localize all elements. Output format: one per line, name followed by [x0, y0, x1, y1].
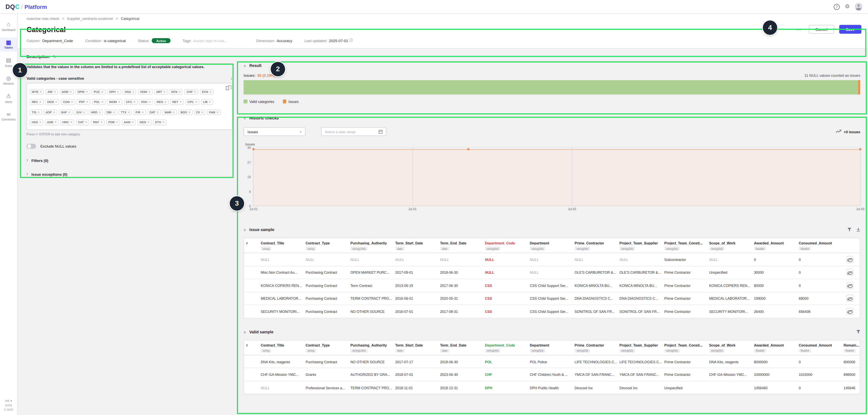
- issue-exceptions-toggle[interactable]: › Issue exceptions (0): [27, 172, 232, 176]
- edit-description-icon[interactable]: ✎: [53, 55, 56, 59]
- hide-row-button[interactable]: [846, 308, 854, 315]
- category-chip[interactable]: CHF×: [184, 89, 198, 95]
- category-chip[interactable]: ETH×: [153, 119, 167, 125]
- issue-sample-header[interactable]: ∨ Issue sample: [244, 227, 860, 232]
- breadcrumb-item[interactable]: nvarchar max check: [27, 16, 59, 21]
- category-chip[interactable]: REG×: [154, 99, 169, 105]
- chip-remove-icon[interactable]: ×: [113, 110, 115, 114]
- hide-row-button[interactable]: [846, 295, 854, 302]
- result-section-header[interactable]: ∨ Result: [244, 63, 860, 68]
- hide-row-button[interactable]: [846, 282, 854, 289]
- category-chip[interactable]: ENV×: [139, 99, 153, 105]
- chip-remove-icon[interactable]: ×: [118, 100, 120, 104]
- historic-section-header[interactable]: ∨ Historic checks: [244, 115, 860, 120]
- chip-remove-icon[interactable]: ×: [157, 110, 159, 114]
- chip-remove-icon[interactable]: ×: [147, 120, 149, 124]
- chip-remove-icon[interactable]: ×: [101, 100, 103, 104]
- chip-remove-icon[interactable]: ×: [71, 100, 73, 104]
- sidebar-item-alerts[interactable]: ⚠Alerts: [0, 91, 17, 105]
- chip-remove-icon[interactable]: ×: [173, 110, 175, 114]
- chip-remove-icon[interactable]: ×: [116, 120, 118, 124]
- category-chip[interactable]: WOM×: [107, 99, 122, 105]
- sidebar-item-tables[interactable]: ▦Tables: [0, 37, 17, 51]
- sidebar-item-dashboard[interactable]: ⌂Dashboard: [0, 19, 17, 33]
- category-chip[interactable]: HRC×: [60, 119, 74, 125]
- chip-remove-icon[interactable]: ×: [70, 120, 72, 124]
- category-chip[interactable]: ASR×: [45, 119, 59, 125]
- category-chip[interactable]: LIB×: [201, 99, 213, 105]
- chip-remove-icon[interactable]: ×: [194, 90, 196, 94]
- chip-remove-icon[interactable]: ×: [217, 110, 219, 114]
- settings-wrench-icon[interactable]: ⚙: [845, 4, 850, 9]
- chip-remove-icon[interactable]: ×: [53, 110, 55, 114]
- category-chip[interactable]: HRD×: [89, 109, 103, 115]
- hide-row-button[interactable]: [846, 269, 854, 276]
- category-chip[interactable]: FAM×: [207, 109, 221, 115]
- category-chip[interactable]: GEN×: [137, 119, 152, 125]
- category-chip[interactable]: DEM×: [45, 99, 59, 105]
- filter-icon[interactable]: [856, 330, 860, 334]
- chip-remove-icon[interactable]: ×: [128, 110, 130, 114]
- date-range-picker[interactable]: [321, 127, 386, 136]
- chip-remove-icon[interactable]: ×: [149, 100, 151, 104]
- metric-select[interactable]: Issues ∨: [244, 127, 306, 136]
- category-chip[interactable]: POL×: [92, 99, 105, 105]
- chart-data-point[interactable]: [859, 148, 862, 150]
- category-chip[interactable]: DPW×: [75, 89, 90, 95]
- category-chip[interactable]: DPH×: [107, 89, 121, 95]
- exclude-null-toggle[interactable]: [27, 144, 36, 149]
- category-chip[interactable]: HSS×: [30, 119, 43, 125]
- help-icon[interactable]: ?: [834, 4, 840, 10]
- chip-remove-icon[interactable]: ×: [38, 110, 40, 114]
- chip-remove-icon[interactable]: ×: [83, 110, 85, 114]
- category-chip[interactable]: SHF×: [59, 109, 72, 115]
- chip-remove-icon[interactable]: ×: [164, 100, 166, 104]
- category-chip[interactable]: PDR×: [106, 119, 120, 125]
- category-chip[interactable]: PRT×: [76, 99, 90, 105]
- chip-remove-icon[interactable]: ×: [39, 120, 41, 124]
- category-chip[interactable]: TIS×: [30, 109, 42, 115]
- chip-remove-icon[interactable]: ×: [85, 120, 87, 124]
- category-chip[interactable]: ADM×: [60, 89, 74, 95]
- category-chip[interactable]: FIR×: [133, 109, 146, 115]
- chip-remove-icon[interactable]: ×: [99, 110, 101, 114]
- category-chip[interactable]: MYR×: [30, 89, 44, 95]
- category-chip[interactable]: WAR×: [162, 109, 177, 115]
- copy-icon[interactable]: [226, 86, 229, 90]
- breadcrumb-item[interactable]: Supplier_contracts customer: [67, 16, 113, 21]
- chip-remove-icon[interactable]: ×: [55, 120, 57, 124]
- chip-remove-icon[interactable]: ×: [188, 110, 190, 114]
- category-chip[interactable]: RNT×: [91, 119, 105, 125]
- sidebar-item-connectors[interactable]: ∞Connectors: [0, 109, 17, 124]
- chip-remove-icon[interactable]: ×: [100, 120, 102, 124]
- category-chip[interactable]: DAT×: [147, 109, 161, 115]
- chip-remove-icon[interactable]: ×: [180, 100, 182, 104]
- tags-input[interactable]: [193, 39, 244, 43]
- category-chip[interactable]: CPC×: [185, 99, 199, 105]
- category-chip[interactable]: PUC×: [91, 89, 105, 95]
- chip-remove-icon[interactable]: ×: [55, 100, 57, 104]
- category-chip[interactable]: CAT×: [76, 119, 89, 125]
- chip-remove-icon[interactable]: ×: [148, 90, 150, 94]
- category-chip[interactable]: TTX×: [118, 109, 132, 115]
- chip-remove-icon[interactable]: ×: [117, 90, 119, 94]
- category-chip[interactable]: HOM×: [138, 89, 153, 95]
- chip-remove-icon[interactable]: ×: [210, 90, 212, 94]
- category-chip[interactable]: CON×: [61, 99, 75, 105]
- category-chip[interactable]: ECN×: [199, 89, 214, 95]
- hide-row-button[interactable]: [846, 256, 854, 263]
- category-chip[interactable]: DBI×: [104, 109, 117, 115]
- category-chip[interactable]: AIR×: [45, 89, 58, 95]
- date-range-input[interactable]: [325, 130, 374, 134]
- category-chip[interactable]: AAM×: [122, 119, 136, 125]
- category-chip[interactable]: REC×: [30, 99, 43, 105]
- chip-remove-icon[interactable]: ×: [209, 100, 211, 104]
- category-chip[interactable]: MTA×: [169, 89, 183, 95]
- app-logo[interactable]: DQC / Platform: [5, 3, 47, 10]
- category-chip[interactable]: ART×: [154, 89, 167, 95]
- chip-remove-icon[interactable]: ×: [142, 110, 144, 114]
- chip-remove-icon[interactable]: ×: [40, 90, 42, 94]
- chip-remove-icon[interactable]: ×: [39, 100, 41, 104]
- category-chip[interactable]: JUV×: [74, 109, 87, 115]
- chip-remove-icon[interactable]: ×: [133, 100, 135, 104]
